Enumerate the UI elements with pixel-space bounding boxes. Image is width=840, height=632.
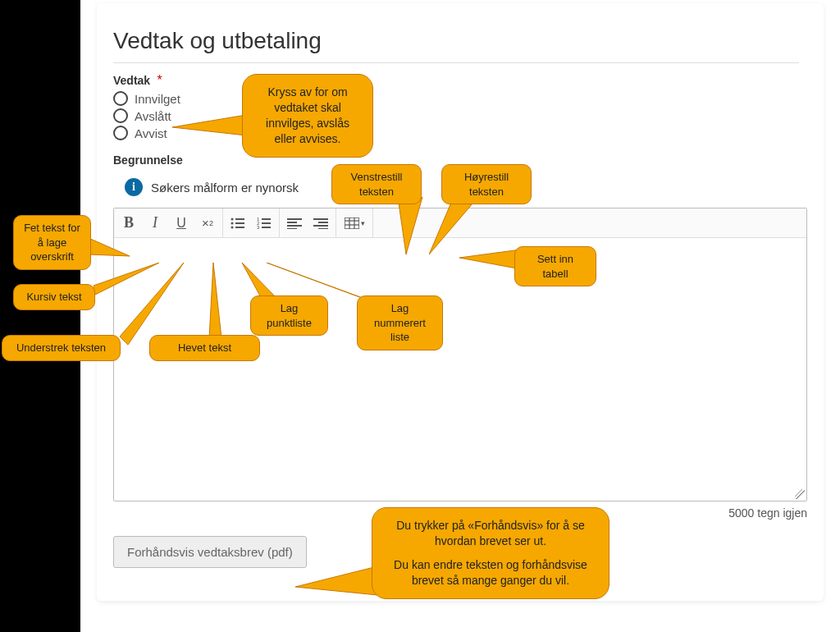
svg-rect-19: [318, 228, 328, 229]
svg-rect-7: [262, 218, 271, 220]
table-icon: [345, 218, 359, 229]
svg-marker-27: [429, 197, 478, 254]
callout-pointer: [120, 263, 185, 345]
svg-rect-9: [262, 222, 271, 224]
bold-button[interactable]: B: [116, 211, 142, 236]
callout-pointer: [172, 115, 246, 140]
radio-label: Avslått: [135, 109, 171, 123]
svg-rect-20: [345, 218, 359, 229]
sup-exp: 2: [209, 219, 213, 227]
callout-pointer: [262, 263, 377, 300]
radio-icon: [113, 126, 128, 140]
svg-marker-35: [295, 566, 377, 595]
numbered-list-button[interactable]: 1 2 3: [251, 211, 277, 236]
callout-pointer: [89, 238, 130, 261]
svg-rect-17: [318, 222, 328, 223]
align-right-button[interactable]: [308, 211, 334, 236]
underline-button[interactable]: U: [168, 211, 194, 236]
superscript-button[interactable]: ×2: [194, 211, 221, 236]
chevron-down-icon: ▾: [361, 219, 365, 227]
numbered-list-icon: 1 2 3: [257, 217, 272, 230]
callout-pointer: [429, 197, 478, 254]
svg-point-4: [231, 226, 234, 228]
svg-text:3: 3: [257, 225, 260, 230]
align-left-button[interactable]: [281, 211, 308, 236]
preview-pdf-button[interactable]: Forhåndsvis vedtaksbrev (pdf): [113, 536, 307, 568]
svg-marker-28: [459, 250, 521, 269]
align-right-icon: [313, 218, 328, 229]
info-row: i Søkers målform er nynorsk: [125, 178, 799, 196]
callout-pointer: [459, 250, 521, 274]
svg-marker-25: [172, 115, 246, 135]
begrunnelse-label: Begrunnelse: [113, 153, 799, 167]
radio-label: Innvilget: [135, 92, 180, 106]
svg-marker-26: [398, 197, 422, 254]
radio-innvilget[interactable]: Innvilget: [113, 91, 799, 106]
svg-rect-13: [287, 222, 297, 223]
page-title: Vedtak og utbetaling: [113, 28, 799, 54]
char-counter: 5000 tegn igjen: [113, 506, 807, 520]
svg-marker-34: [267, 263, 377, 300]
svg-point-0: [231, 218, 234, 220]
callout-pointer: [295, 566, 377, 599]
insert-table-button[interactable]: ▾: [338, 211, 371, 236]
svg-rect-14: [287, 225, 302, 227]
left-black-sidebar: [0, 0, 80, 632]
radio-icon: [113, 91, 128, 106]
svg-rect-3: [235, 222, 244, 224]
radio-label: Avvist: [135, 126, 167, 140]
svg-marker-32: [209, 263, 221, 338]
svg-point-2: [231, 222, 234, 224]
resize-handle-icon[interactable]: [795, 489, 805, 499]
sup-base: ×: [202, 216, 209, 230]
svg-rect-1: [235, 218, 244, 220]
svg-marker-31: [120, 263, 184, 345]
callout-pointer: [201, 263, 234, 338]
info-icon: i: [125, 178, 143, 196]
bullet-list-icon: [231, 217, 245, 230]
svg-rect-11: [262, 227, 271, 228]
info-text: Søkers målform er nynorsk: [151, 181, 299, 195]
radio-icon: [113, 108, 128, 123]
divider: [113, 62, 799, 63]
bullet-list-button[interactable]: [225, 211, 251, 236]
align-left-icon: [287, 218, 302, 229]
svg-rect-5: [235, 227, 244, 228]
italic-button[interactable]: I: [142, 211, 168, 236]
vedtak-label: Vedtak: [113, 74, 150, 87]
svg-rect-16: [313, 218, 328, 220]
svg-rect-12: [287, 218, 302, 220]
svg-rect-18: [313, 225, 328, 227]
svg-rect-15: [287, 228, 297, 229]
svg-marker-29: [89, 238, 130, 256]
required-mark: *: [158, 73, 162, 87]
